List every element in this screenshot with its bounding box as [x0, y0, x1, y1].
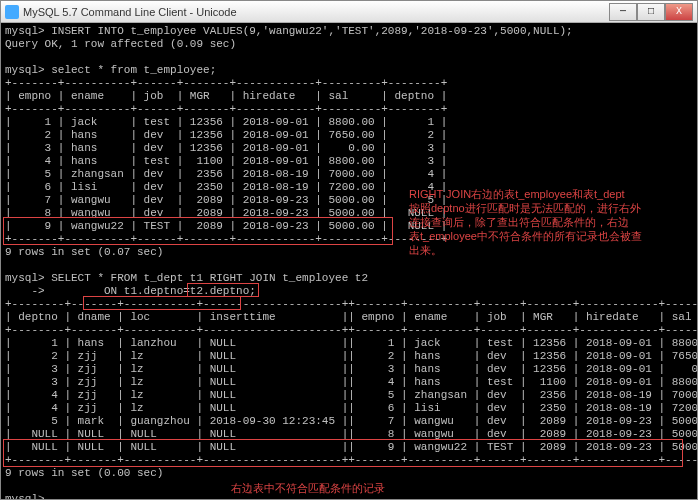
- table-header: | empno | ename | job | MGR | hiredate |…: [5, 90, 693, 103]
- table-row: | 4 | zjj | lz | NULL || 5 | zhangsan | …: [5, 389, 693, 402]
- window-title: MySQL 5.7 Command Line Client - Unicode: [23, 6, 609, 18]
- table-row: | 2 | hans | dev | 12356 | 2018-09-01 | …: [5, 129, 693, 142]
- app-window: MySQL 5.7 Command Line Client - Unicode …: [0, 0, 698, 500]
- table-border: +--------+-------+-----------+----------…: [5, 298, 693, 311]
- table-row: | 4 | zjj | lz | NULL || 6 | lisi | dev …: [5, 402, 693, 415]
- table-border: +--------+-------+-----------+----------…: [5, 454, 693, 467]
- minimize-button[interactable]: ─: [609, 3, 637, 21]
- maximize-button[interactable]: □: [637, 3, 665, 21]
- rows-in-set: 9 rows in set (0.00 sec): [5, 467, 693, 480]
- table-row: | 4 | hans | test | 1100 | 2018-09-01 | …: [5, 155, 693, 168]
- close-button[interactable]: X: [665, 3, 693, 21]
- table-row: | 3 | zjj | lz | NULL || 3 | hans | dev …: [5, 363, 693, 376]
- annotation-right-join-explain: RIGHT JOIN右边的表t_employee和表t_dept按照deptno…: [409, 187, 691, 257]
- table-row: | 5 | zhangsan | dev | 2356 | 2018-08-19…: [5, 168, 693, 181]
- app-icon: [5, 5, 19, 19]
- table-border: +-------+----------+------+-------+-----…: [5, 103, 693, 116]
- table-row: | 2 | zjj | lz | NULL || 2 | hans | dev …: [5, 350, 693, 363]
- table-header: | deptno | dname | loc | inserttime || e…: [5, 311, 693, 324]
- table-border: +-------+----------+------+-------+-----…: [5, 77, 693, 90]
- table-row: | 3 | zjj | lz | NULL || 4 | hans | test…: [5, 376, 693, 389]
- table-row: | NULL | NULL | NULL | NULL || 8 | wangw…: [5, 428, 693, 441]
- query-ok: Query OK, 1 row affected (0.09 sec): [5, 38, 693, 51]
- table-row: | 1 | hans | lanzhou | NULL || 1 | jack …: [5, 337, 693, 350]
- annotation-bottom: 右边表中不符合匹配条件的记录: [231, 481, 385, 495]
- terminal-output[interactable]: mysql> INSERT INTO t_employee VALUES(9,'…: [1, 23, 697, 499]
- titlebar[interactable]: MySQL 5.7 Command Line Client - Unicode …: [1, 1, 697, 23]
- sql-select-2b: -> ON t1.deptno=t2.deptno;: [5, 285, 693, 298]
- table-row: | 3 | hans | dev | 12356 | 2018-09-01 | …: [5, 142, 693, 155]
- table-border: +--------+-------+-----------+----------…: [5, 324, 693, 337]
- table-row: | 1 | jack | test | 12356 | 2018-09-01 |…: [5, 116, 693, 129]
- sql-select-1: mysql> select * from t_employee;: [5, 64, 693, 77]
- sql-insert: mysql> INSERT INTO t_employee VALUES(9,'…: [5, 25, 693, 38]
- table-row: | NULL | NULL | NULL | NULL || 9 | wangw…: [5, 441, 693, 454]
- table-row: | 5 | mark | guangzhou | 2018-09-30 12:2…: [5, 415, 693, 428]
- sql-select-2a: mysql> SELECT * FROM t_dept t1 RIGHT JOI…: [5, 272, 693, 285]
